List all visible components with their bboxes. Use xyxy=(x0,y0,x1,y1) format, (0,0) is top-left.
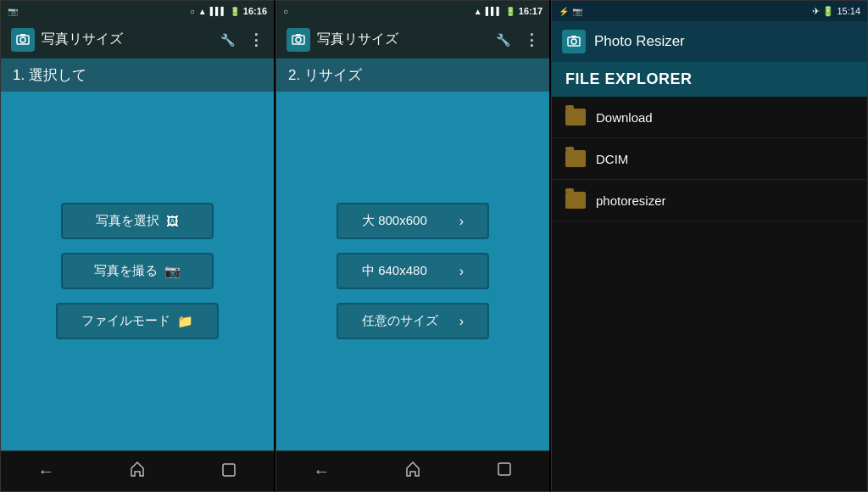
status-bar-left-2: ○ xyxy=(283,7,474,16)
battery-icon-2: 🔋 xyxy=(505,7,515,16)
status-bar-2: ○ ▲ ▌▌▌ 🔋 16:17 xyxy=(276,1,549,21)
file-item-photoresizer[interactable]: photoresizer xyxy=(552,180,867,221)
phone-screen-1: 📷 ○ ▲ ▌▌▌ 🔋 16:16 写真リサイズ 🔧 ⋮ 1. 選択して 写真を… xyxy=(0,0,275,492)
signal-icon-2: ▌▌▌ xyxy=(486,7,502,15)
back-button-2[interactable]: ← xyxy=(296,455,347,488)
file-mode-button[interactable]: ファイルモード 📁 xyxy=(56,303,219,339)
large-resize-label: 大 800x600 xyxy=(362,213,427,229)
recent-button-2[interactable] xyxy=(479,454,530,489)
status-bar-left-1: 📷 xyxy=(8,7,190,16)
file-name-dcim: DCIM xyxy=(596,152,628,166)
battery-icon-3: 🔋 xyxy=(822,6,834,16)
svg-rect-10 xyxy=(571,36,576,37)
app-bar-2: 写真リサイズ 🔧 ⋮ xyxy=(276,21,549,59)
home-button-1[interactable] xyxy=(111,453,164,489)
custom-resize-label: 任意のサイズ xyxy=(362,313,438,329)
sim-icon-1: ○ xyxy=(190,7,195,16)
app-bar-actions-1: 🔧 ⋮ xyxy=(220,31,264,49)
status-icons-3: ✈ 🔋 15:14 xyxy=(812,6,860,17)
camera-icon: 📷 xyxy=(164,264,181,279)
folder-icon-photoresizer xyxy=(565,192,586,209)
take-photo-button[interactable]: 写真を撮る 📷 xyxy=(61,253,214,289)
svg-point-9 xyxy=(571,39,576,44)
file-name-download: Download xyxy=(596,110,653,125)
app-bar-actions-2: 🔧 ⋮ xyxy=(496,31,539,49)
recent-button-1[interactable] xyxy=(203,455,254,489)
phone-screen-2: ○ ▲ ▌▌▌ 🔋 16:17 写真リサイズ 🔧 ⋮ 2. リサイズ 大 800… xyxy=(275,0,551,492)
status-icons-2: ▲ ▌▌▌ 🔋 16:17 xyxy=(474,6,542,16)
svg-rect-7 xyxy=(498,463,510,475)
usb-icon-3: ⚡ xyxy=(559,7,569,16)
large-resize-button[interactable]: 大 800x600 › xyxy=(337,203,489,239)
medium-resize-label: 中 640x480 xyxy=(362,263,427,279)
large-resize-arrow: › xyxy=(459,214,464,229)
signal-icon-1: ▌▌▌ xyxy=(210,7,226,15)
back-button-1[interactable]: ← xyxy=(20,455,71,488)
svg-rect-3 xyxy=(223,464,235,476)
screen-content-2: 大 800x600 › 中 640x480 › 任意のサイズ › xyxy=(276,92,549,450)
home-button-2[interactable] xyxy=(387,453,439,489)
status-icons-1: ○ ▲ ▌▌▌ 🔋 16:16 xyxy=(190,6,267,16)
svg-rect-2 xyxy=(20,34,25,36)
file-item-download[interactable]: Download xyxy=(552,97,867,138)
app-bar-1: 写真リサイズ 🔧 ⋮ xyxy=(1,21,274,59)
bottom-nav-1: ← xyxy=(1,450,274,491)
status-bar-3: ⚡ 📷 ✈ 🔋 15:14 xyxy=(552,1,867,21)
sim-icon-left-2: ○ xyxy=(283,7,288,16)
app-icon-3 xyxy=(562,30,586,53)
wrench-icon-2[interactable]: 🔧 xyxy=(496,33,510,47)
wifi-icon-1: ▲ xyxy=(198,7,207,16)
file-name-photoresizer: photoresizer xyxy=(596,193,666,208)
file-explorer-header: FILE EXPLORER xyxy=(552,62,867,97)
folder-icon-download xyxy=(565,109,586,126)
bottom-nav-2: ← xyxy=(276,450,549,491)
section-header-2: 2. リサイズ xyxy=(276,59,549,92)
status-bar-1: 📷 ○ ▲ ▌▌▌ 🔋 16:16 xyxy=(1,1,274,21)
file-list: Download DCIM photoresizer xyxy=(552,97,867,491)
app-title-1: 写真リサイズ xyxy=(42,31,214,48)
svg-point-1 xyxy=(20,37,25,42)
svg-point-5 xyxy=(296,37,301,42)
medium-resize-button[interactable]: 中 640x480 › xyxy=(337,253,489,289)
app-icon-2 xyxy=(287,28,310,52)
file-mode-label: ファイルモード xyxy=(81,313,170,329)
phone-screen-3: ⚡ 📷 ✈ 🔋 15:14 Photo Resizer FILE EXPLORE… xyxy=(551,0,868,492)
wrench-icon-1[interactable]: 🔧 xyxy=(220,33,235,47)
custom-resize-button[interactable]: 任意のサイズ › xyxy=(337,303,489,339)
battery-icon-1: 🔋 xyxy=(230,7,240,16)
custom-resize-arrow: › xyxy=(459,314,464,329)
take-photo-label: 写真を撮る xyxy=(94,263,158,279)
medium-resize-arrow: › xyxy=(459,264,464,279)
svg-rect-6 xyxy=(296,34,301,36)
notification-icon-1: 📷 xyxy=(8,7,18,16)
app-notif-icon-3: 📷 xyxy=(572,7,582,16)
select-photo-label: 写真を選択 xyxy=(96,213,159,229)
wifi-icon-2: ▲ xyxy=(474,7,482,16)
more-icon-1[interactable]: ⋮ xyxy=(248,31,264,49)
photo-select-icon: 🖼 xyxy=(166,214,179,228)
airplane-icon-3: ✈ xyxy=(812,6,820,16)
folder-icon-btn: 📁 xyxy=(177,314,193,329)
folder-icon-dcim xyxy=(565,150,586,167)
section-header-1: 1. 選択して xyxy=(1,59,274,92)
time-display-1: 16:16 xyxy=(243,6,267,16)
more-icon-2[interactable]: ⋮ xyxy=(524,31,539,49)
app-title-2: 写真リサイズ xyxy=(317,31,489,48)
app-title-3: Photo Resizer xyxy=(594,33,857,50)
app-icon-1 xyxy=(11,28,35,52)
file-item-dcim[interactable]: DCIM xyxy=(552,138,867,180)
app-bar-3: Photo Resizer xyxy=(552,21,867,62)
screen-content-1: 写真を選択 🖼 写真を撮る 📷 ファイルモード 📁 xyxy=(1,92,274,450)
status-bar-left-3: ⚡ 📷 xyxy=(559,7,812,16)
time-display-2: 16:17 xyxy=(519,6,542,16)
select-photo-button[interactable]: 写真を選択 🖼 xyxy=(61,203,214,239)
time-display-3: 15:14 xyxy=(837,6,860,16)
